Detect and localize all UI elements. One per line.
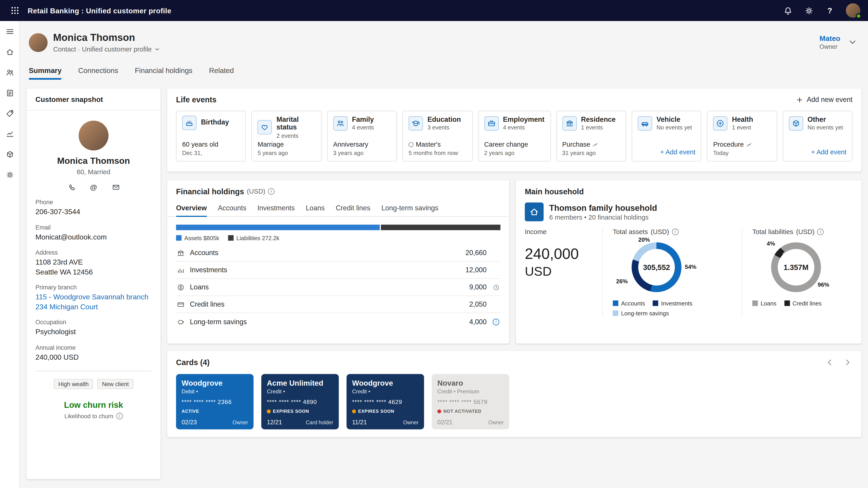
graduation-cap-icon bbox=[409, 116, 423, 131]
holding-row-credit-lines[interactable]: Credit lines 2,050 bbox=[176, 296, 500, 313]
fh-tab-credit-lines[interactable]: Credit lines bbox=[336, 200, 370, 217]
card-brand: Novaro bbox=[437, 379, 504, 387]
products-box-icon[interactable] bbox=[5, 149, 15, 159]
owner-name[interactable]: Mateo bbox=[819, 34, 840, 43]
event-count: 4 events bbox=[352, 124, 374, 131]
event-title: Residence bbox=[581, 116, 616, 124]
bank-card-novaro[interactable]: Novaro Credit • Premium **** **** **** 5… bbox=[432, 374, 509, 429]
home-icon[interactable] bbox=[5, 47, 15, 57]
fh-tab-long-term-savings[interactable]: Long-term savings bbox=[381, 200, 438, 217]
event-when: 3 years ago bbox=[333, 149, 391, 156]
fh-tab-investments[interactable]: Investments bbox=[257, 200, 295, 217]
total-assets-label: Total assets bbox=[613, 228, 648, 236]
assets-donut-chart: 305,552 20% 54% 26% bbox=[613, 238, 703, 297]
tab-financial-holdings[interactable]: Financial holdings bbox=[135, 66, 192, 80]
add-event-link[interactable]: + Add event bbox=[660, 148, 695, 156]
settings-gear-icon[interactable] bbox=[804, 5, 814, 15]
life-event-card-marital-status[interactable]: Marital status2 events Marriage 5 years … bbox=[252, 111, 321, 162]
tab-related[interactable]: Related bbox=[209, 66, 234, 80]
holding-value: 2,050 bbox=[469, 300, 487, 308]
mail-envelope-icon[interactable] bbox=[111, 183, 120, 191]
insights-chart-icon[interactable] bbox=[5, 129, 15, 139]
life-event-card-vehicle[interactable]: VehicleNo events yet + Add event bbox=[631, 111, 702, 162]
add-event-link[interactable]: + Add event bbox=[811, 148, 846, 156]
life-event-card-family[interactable]: Family4 events Anniversary 3 years ago bbox=[327, 111, 397, 162]
notifications-bell-icon[interactable] bbox=[783, 5, 793, 15]
app-launcher-waffle-icon[interactable] bbox=[8, 3, 22, 18]
forms-list-icon[interactable] bbox=[5, 88, 15, 98]
event-when: 5 years ago bbox=[258, 149, 315, 156]
churn-caption-label: Likelihood to churn bbox=[64, 413, 113, 420]
trail-spacer bbox=[492, 300, 500, 308]
card-number: **** **** **** 2366 bbox=[182, 398, 248, 405]
long-term-savings-info-icon[interactable]: i bbox=[493, 318, 499, 325]
connections-people-icon[interactable] bbox=[5, 68, 15, 77]
event-count: 4 events bbox=[503, 124, 545, 131]
life-event-card-other[interactable]: OtherNo events yet + Add event bbox=[782, 111, 852, 162]
card-expiry: 12/21 bbox=[267, 419, 282, 425]
user-avatar[interactable] bbox=[846, 3, 860, 18]
primary-branch-link[interactable]: 115 - Woodgrove Savannah branch bbox=[35, 292, 152, 302]
car-icon bbox=[638, 116, 652, 131]
event-count: 2 events bbox=[276, 132, 315, 139]
tab-connections[interactable]: Connections bbox=[78, 66, 118, 80]
total-assets-info-icon[interactable]: i bbox=[672, 228, 678, 235]
fh-tab-accounts[interactable]: Accounts bbox=[218, 200, 246, 217]
branch-address-link[interactable]: 234 Michigan Court bbox=[35, 302, 152, 312]
hamburger-menu-icon[interactable] bbox=[5, 27, 15, 37]
life-event-card-birthday[interactable]: Birthday 60 years old Dec 31, bbox=[176, 111, 246, 162]
rail-settings-gear-icon[interactable] bbox=[5, 170, 15, 180]
loans-history-clock-icon[interactable] bbox=[492, 283, 500, 291]
cards-scroll-right-chevron-icon[interactable] bbox=[842, 357, 852, 367]
bank-card-acme-unlimited[interactable]: Acme Unlimited Credit • **** **** **** 4… bbox=[261, 374, 339, 429]
tag-icon[interactable] bbox=[5, 108, 15, 119]
total-liabilities-column: Total liabilities (USD) i 1.357M 4% 96% … bbox=[742, 228, 852, 317]
piggy-bank-icon bbox=[176, 317, 185, 326]
add-new-event-button[interactable]: Add new event bbox=[796, 96, 852, 103]
card-role: Owner bbox=[488, 419, 504, 425]
holding-label: Accounts bbox=[190, 249, 218, 257]
holding-row-loans[interactable]: Loans 9,000 bbox=[176, 279, 500, 296]
life-events-title: Life events bbox=[176, 95, 217, 104]
cards-scroll-left-chevron-icon[interactable] bbox=[825, 357, 835, 367]
bank-card-woodgrove-credit[interactable]: Woodgrove Credit • **** **** **** 4629 E… bbox=[346, 374, 424, 429]
customer-avatar bbox=[79, 121, 108, 151]
life-event-card-health[interactable]: Health1 event Procedure Today bbox=[707, 111, 777, 162]
header-expand-chevron-icon[interactable] bbox=[848, 38, 857, 46]
holding-row-long-term-savings[interactable]: Long-term savings 4,000 i bbox=[176, 313, 500, 330]
event-count: 1 event bbox=[732, 124, 753, 131]
event-title: Health bbox=[732, 116, 753, 124]
record-type-selector[interactable]: Contact · Unified customer profile bbox=[53, 45, 160, 53]
owner-field[interactable]: Mateo Owner bbox=[819, 34, 840, 50]
financial-holdings-info-icon[interactable]: i bbox=[268, 188, 275, 195]
holding-row-investments[interactable]: Investments 12,000 bbox=[176, 262, 500, 279]
card-type: Debit • bbox=[182, 388, 248, 394]
main-household-panel: Main household Thomson family household … bbox=[516, 180, 861, 344]
fh-tab-overview[interactable]: Overview bbox=[176, 200, 207, 217]
life-event-card-employment[interactable]: Employment4 events Career change 2 years… bbox=[478, 111, 551, 162]
household-name[interactable]: Thomson family household bbox=[549, 203, 657, 213]
help-icon[interactable]: ? bbox=[825, 5, 835, 15]
income-column: Income 240,000 USD bbox=[525, 228, 602, 317]
holding-row-accounts[interactable]: Accounts 20,660 bbox=[176, 245, 500, 262]
bank-card-woodgrove-debit[interactable]: Woodgrove Debit • **** **** **** 2366 AC… bbox=[176, 374, 254, 429]
life-event-card-education[interactable]: Education3 events Master's 5 months from… bbox=[403, 111, 472, 162]
total-liabilities-info-icon[interactable]: i bbox=[817, 228, 824, 235]
call-phone-icon[interactable] bbox=[67, 183, 76, 191]
household-meta: 6 members • 20 financial holdings bbox=[549, 213, 657, 221]
event-detail: Anniversary bbox=[333, 140, 391, 148]
life-event-card-residence[interactable]: Residence1 events Purchase 31 years ago bbox=[556, 111, 626, 162]
card-role: Owner bbox=[403, 419, 418, 425]
holding-label: Loans bbox=[190, 283, 209, 291]
event-count: 1 events bbox=[581, 124, 616, 131]
email-at-icon[interactable]: @ bbox=[89, 183, 98, 191]
event-when: Today bbox=[713, 149, 771, 156]
assets-liabilities-bar bbox=[176, 225, 500, 230]
household-home-icon[interactable] bbox=[525, 202, 544, 221]
legend-assets: Assets $805k bbox=[176, 234, 219, 241]
record-avatar bbox=[29, 33, 48, 52]
churn-info-icon[interactable]: i bbox=[116, 413, 123, 420]
cards-panel: Cards (4) Woodgrove Debit • **** **** **… bbox=[167, 351, 862, 437]
tab-summary[interactable]: Summary bbox=[29, 66, 61, 80]
fh-tab-loans[interactable]: Loans bbox=[306, 200, 324, 217]
